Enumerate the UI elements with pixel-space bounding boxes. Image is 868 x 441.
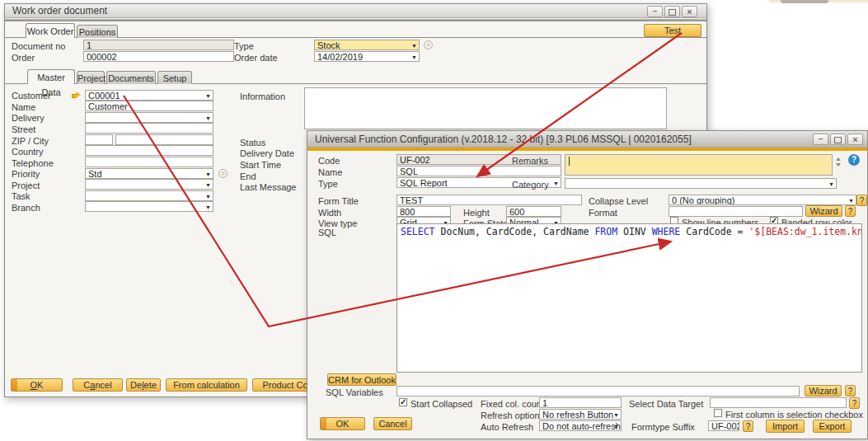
format-help-button[interactable]: ? [845, 205, 856, 217]
sql-variables-wizard-button[interactable]: Wizard [805, 385, 842, 396]
first-column-selection-checkbox[interactable] [714, 409, 722, 417]
street-field[interactable] [85, 123, 213, 134]
formtype-suffix-label: Formtype Suffix [631, 422, 695, 432]
order-field[interactable]: 000002 [83, 51, 234, 62]
auto-refresh-label: Auto Refresh [481, 422, 533, 432]
uf-window-controls [813, 134, 863, 145]
help-icon[interactable] [848, 154, 860, 166]
tab-project[interactable]: Project [77, 71, 105, 84]
country-field[interactable] [85, 145, 213, 156]
formtype-suffix-help-button[interactable]: ? [743, 420, 753, 432]
end-label: End [240, 171, 256, 181]
crm-for-outlook-button[interactable]: CRM for Outlook [327, 373, 396, 386]
dropdown-arrow-icon[interactable] [847, 197, 855, 204]
uf-ok-button[interactable]: OK [320, 417, 365, 430]
zip-field[interactable] [85, 134, 113, 145]
formtype-suffix-field[interactable]: UF-002 [708, 420, 739, 431]
spinner-up-icon[interactable] [836, 157, 841, 161]
test-button[interactable]: Test [644, 24, 701, 37]
dropdown-arrow-icon[interactable] [204, 181, 212, 189]
name-field[interactable]: Customer [85, 101, 213, 111]
tab-documents[interactable]: Documents [106, 71, 156, 84]
close-icon[interactable] [847, 134, 863, 145]
branch-combo[interactable] [85, 201, 213, 212]
link-arrow-icon[interactable] [72, 91, 82, 99]
uf-name-field[interactable]: SQL [396, 166, 561, 176]
dropdown-arrow-icon[interactable] [204, 92, 212, 100]
name-label: Name [12, 102, 35, 112]
order-date-combo[interactable]: 14/02/2019 [314, 51, 420, 62]
export-button[interactable]: Export [813, 420, 852, 433]
remarks-spinner[interactable] [834, 157, 842, 167]
dropdown-arrow-icon[interactable] [411, 54, 418, 61]
project-combo[interactable] [85, 179, 213, 190]
start-collapsed-checkbox[interactable] [399, 398, 407, 406]
tab-positions[interactable]: Positions [77, 25, 118, 38]
start-time-label: Start Time [240, 160, 281, 170]
customer-combo[interactable]: C00001 [85, 90, 213, 101]
priority-combo[interactable]: Std [85, 168, 213, 179]
city-field[interactable] [115, 134, 213, 145]
fixed-col-count-field[interactable]: 1 [539, 397, 622, 408]
tab-master-data[interactable]: Master Data [27, 69, 75, 84]
dropdown-arrow-icon[interactable] [411, 42, 418, 49]
spinner-down-icon[interactable] [836, 163, 841, 167]
work-order-title: Work order document [12, 5, 107, 16]
height-label: Height [463, 208, 490, 218]
width-field[interactable]: 800 [396, 206, 451, 217]
refresh-option-combo[interactable]: No refresh Button [539, 409, 622, 420]
dropdown-arrow-icon[interactable] [552, 180, 560, 187]
first-column-selection-label: First column is selection checkbox [725, 410, 863, 420]
dropdown-arrow-icon[interactable] [204, 115, 212, 122]
delivery-label: Delivery [12, 113, 45, 123]
dropdown-arrow-icon[interactable] [828, 181, 835, 188]
delivery-combo[interactable] [85, 112, 213, 123]
dropdown-arrow-icon[interactable] [612, 411, 620, 419]
collapse-level-help-button[interactable]: ? [856, 195, 867, 206]
form-title-field[interactable]: TEST [396, 195, 582, 205]
task-combo[interactable] [85, 190, 213, 201]
delivery-date-label: Delivery Date [240, 148, 294, 158]
sql-variables-field[interactable] [396, 386, 800, 396]
delete-button[interactable]: Delete [126, 378, 161, 392]
select-data-target-field[interactable] [710, 397, 847, 408]
height-field[interactable]: 600 [506, 206, 561, 217]
work-order-titlebar[interactable]: Work order document [5, 4, 706, 18]
universal-function-window: Universal Function Configuration (v.2018… [307, 130, 868, 439]
sql-editor[interactable]: SELECT DocNum, CardCode, CardName FROM O… [396, 223, 862, 373]
dropdown-arrow-icon[interactable] [204, 204, 212, 211]
cancel-button[interactable]: Cancel [73, 378, 123, 392]
remarks-field[interactable] [565, 154, 833, 176]
dropdown-arrow-icon[interactable] [204, 171, 212, 178]
telephone-field[interactable] [85, 157, 213, 167]
dropdown-arrow-icon[interactable] [204, 193, 212, 200]
type-combo[interactable]: Stock [314, 40, 420, 50]
ok-button[interactable]: OK [11, 378, 63, 392]
uf-cancel-button[interactable]: Cancel [373, 417, 412, 430]
format-field[interactable] [669, 206, 803, 217]
sql-variables-help-button[interactable]: ? [845, 385, 856, 396]
minimize-icon[interactable] [813, 134, 828, 145]
information-textarea[interactable] [304, 87, 667, 129]
collapse-level-combo[interactable]: 0 (No grouping) [669, 195, 856, 205]
tab-work-order[interactable]: Work Order [26, 23, 75, 38]
maximize-icon[interactable] [664, 6, 680, 17]
auto-refresh-combo[interactable]: Do not auto-refresh [539, 420, 622, 431]
select-data-target-help-button[interactable]: ? [849, 397, 860, 409]
tab-setup[interactable]: Setup [157, 71, 192, 84]
uf-titlebar[interactable]: Universal Function Configuration (v.2018… [307, 131, 867, 148]
format-wizard-button[interactable]: Wizard [805, 205, 842, 217]
minimize-icon[interactable] [647, 6, 663, 17]
fixed-col-count-label: Fixed col. count [481, 399, 544, 409]
sql-label: SQL [318, 228, 336, 237]
type-detail-circle-icon[interactable] [424, 40, 433, 49]
close-icon[interactable] [682, 6, 697, 17]
from-calculation-button[interactable]: From calculation [166, 378, 247, 392]
document-no-field[interactable]: 1 [83, 40, 234, 50]
dropdown-arrow-icon[interactable] [612, 423, 620, 430]
priority-detail-circle-icon[interactable] [218, 169, 228, 178]
order-label: Order [12, 53, 35, 63]
import-button[interactable]: Import [766, 420, 805, 433]
category-combo[interactable] [565, 178, 837, 189]
maximize-icon[interactable] [830, 134, 846, 145]
